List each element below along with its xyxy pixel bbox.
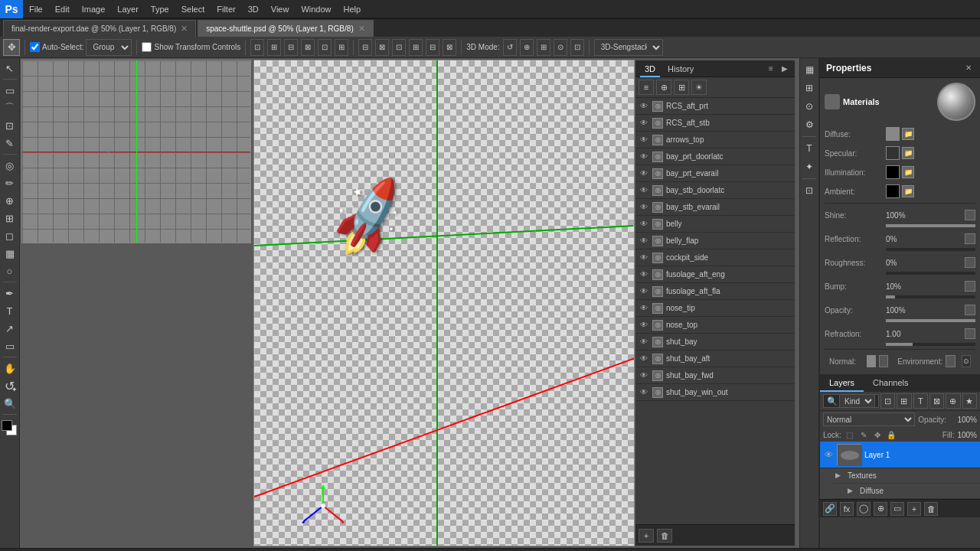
- material-eye-9[interactable]: 👁: [639, 253, 649, 263]
- environment-preview-btn[interactable]: ⊙: [962, 355, 971, 367]
- material-eye-7[interactable]: 👁: [639, 219, 649, 230]
- bump-icon[interactable]: [965, 281, 975, 292]
- s3d-adjust-btn[interactable]: ⚙: [801, 116, 818, 133]
- tool-arrow[interactable]: ↖: [2, 60, 18, 77]
- sublayer-textures-item[interactable]: ▶ Textures: [832, 468, 980, 484]
- material-list-item[interactable]: 👁 ◎ bay_prt_evarail: [635, 165, 795, 182]
- opacity-slider[interactable]: [886, 319, 975, 322]
- material-list-item[interactable]: 👁 ◎ shut_bay_win_out: [635, 384, 795, 401]
- auto-select-checkbox[interactable]: [30, 42, 40, 52]
- tab-psd[interactable]: space-shuttle.psd @ 50% (Layer 1, RGB/8)…: [198, 20, 373, 37]
- panel-menu-icon[interactable]: ≡: [766, 64, 776, 74]
- foreground-color-box[interactable]: [2, 420, 12, 431]
- tab-dae[interactable]: final-render-export.dae @ 50% (Layer 1, …: [3, 20, 196, 37]
- main-canvas[interactable]: 🚀: [253, 60, 635, 546]
- 3d-slide-btn[interactable]: ⊡: [570, 39, 584, 56]
- reflection-slider[interactable]: [886, 248, 975, 251]
- layers-filter-btn[interactable]: ⊡: [880, 393, 895, 409]
- lock-position-icon[interactable]: ✥: [872, 429, 883, 440]
- specular-swatch[interactable]: [886, 146, 900, 160]
- panel-arrow-icon[interactable]: ▶: [779, 64, 790, 74]
- distrib-btn4[interactable]: ⊟: [426, 39, 439, 56]
- auto-select-dropdown[interactable]: Group: [86, 39, 132, 56]
- tool-heal[interactable]: ◎: [2, 157, 18, 174]
- filter-kind-select[interactable]: Kind: [839, 394, 875, 408]
- s3d-scene-btn[interactable]: ⊙: [801, 98, 818, 115]
- 3d-pan-btn[interactable]: ⊞: [537, 39, 550, 56]
- distrib-v-btn[interactable]: ⊠: [375, 39, 389, 56]
- tool-history-brush[interactable]: ⊞: [2, 210, 18, 227]
- menu-layer[interactable]: Layer: [111, 0, 145, 18]
- material-eye-3[interactable]: 👁: [639, 152, 649, 162]
- tool-marquee-rect[interactable]: ▭: [2, 82, 18, 99]
- tab-history[interactable]: History: [663, 60, 698, 77]
- environment-folder[interactable]: [946, 355, 955, 367]
- material-list-item[interactable]: 👁 ◎ belly_flap: [635, 233, 795, 249]
- ambient-swatch[interactable]: [886, 184, 900, 198]
- distrib-h-btn[interactable]: ⊟: [358, 39, 372, 56]
- material-list-item[interactable]: 👁 ◎ shut_bay_aft: [635, 350, 795, 367]
- layer-item-1[interactable]: 👁 Layer 1: [820, 442, 980, 468]
- fg-bg-colors[interactable]: [2, 420, 18, 437]
- tool-zoom[interactable]: 🔍: [2, 395, 18, 412]
- tool-dodge[interactable]: ○: [2, 262, 18, 279]
- material-list-item[interactable]: 👁 ◎ fusolage_aft_eng: [635, 266, 795, 283]
- align-center-btn[interactable]: ⊞: [267, 39, 281, 56]
- tool-rotate-view[interactable]: ↺ ✦: [2, 377, 18, 394]
- material-list-item[interactable]: 👁 ◎ bay_prt_doorlatc: [635, 148, 795, 165]
- bump-slider[interactable]: [886, 295, 975, 298]
- tool-eyedropper[interactable]: ✎: [2, 135, 18, 152]
- align-left-btn[interactable]: ⊡: [250, 39, 264, 56]
- 3d-zoom-btn[interactable]: ⊕: [520, 39, 534, 56]
- menu-view[interactable]: View: [265, 0, 296, 18]
- normal-folder[interactable]: [879, 355, 888, 367]
- s3d-misc-btn[interactable]: ✦: [801, 158, 818, 175]
- material-eye-14[interactable]: 👁: [639, 337, 649, 347]
- tool-shape[interactable]: ▭: [2, 337, 18, 354]
- s3d-text-btn[interactable]: T: [801, 140, 818, 157]
- material-eye-1[interactable]: 👁: [639, 118, 649, 129]
- tab-3d[interactable]: 3D: [640, 60, 660, 77]
- material-eye-17[interactable]: 👁: [639, 387, 649, 398]
- sublayer-diffuse-item[interactable]: ▶ Diffuse: [832, 484, 980, 499]
- menu-image[interactable]: Image: [76, 0, 112, 18]
- material-eye-16[interactable]: 👁: [639, 370, 649, 381]
- tool-brush[interactable]: ✏: [2, 174, 18, 191]
- distrib-btn3[interactable]: ⊞: [409, 39, 423, 56]
- layer-delete-btn[interactable]: 🗑: [924, 502, 938, 516]
- s3d-properties-btn[interactable]: ▦: [801, 61, 818, 78]
- layers-color-btn[interactable]: ⊕: [946, 393, 960, 409]
- tool-pen[interactable]: ✒: [2, 285, 18, 302]
- specular-folder-btn[interactable]: 📁: [902, 147, 914, 159]
- material-list-item[interactable]: 👁 ◎ bay_stb_doorlatc: [635, 182, 795, 199]
- panel-add-btn[interactable]: +: [639, 529, 654, 543]
- tab-psd-close[interactable]: ✕: [358, 24, 365, 34]
- material-eye-0[interactable]: 👁: [639, 101, 649, 112]
- material-eye-5[interactable]: 👁: [639, 185, 649, 196]
- properties-close-icon[interactable]: ✕: [963, 63, 974, 73]
- layers-text-btn[interactable]: T: [913, 393, 928, 409]
- s3d-extra-btn[interactable]: ⊡: [801, 182, 818, 199]
- align-middle-btn[interactable]: ⊡: [318, 39, 332, 56]
- align-top-btn[interactable]: ⊠: [301, 39, 315, 56]
- material-eye-12[interactable]: 👁: [639, 303, 649, 314]
- shine-slider[interactable]: [886, 224, 975, 227]
- distrib-btn5[interactable]: ⊠: [443, 39, 456, 56]
- layer-new-btn[interactable]: +: [907, 502, 921, 516]
- material-eye-2[interactable]: 👁: [639, 135, 649, 145]
- material-eye-11[interactable]: 👁: [639, 286, 649, 297]
- menu-select[interactable]: Select: [175, 0, 211, 18]
- material-list-item[interactable]: 👁 ◎ RCS_aft_prt: [635, 98, 795, 115]
- diffuse-folder-btn[interactable]: 📁: [902, 128, 914, 140]
- material-eye-6[interactable]: 👁: [639, 202, 649, 213]
- material-eye-4[interactable]: 👁: [639, 168, 649, 179]
- material-eye-13[interactable]: 👁: [639, 320, 649, 331]
- s3d-layers-btn[interactable]: ⊞: [801, 80, 818, 96]
- material-list-item[interactable]: 👁 ◎ shut_bay: [635, 334, 795, 350]
- illumination-swatch[interactable]: [886, 165, 900, 179]
- layer-1-eye-icon[interactable]: 👁: [823, 449, 834, 460]
- reflection-icon[interactable]: [965, 233, 975, 244]
- menu-window[interactable]: Window: [295, 0, 337, 18]
- panel-tool-mesh[interactable]: ⊞: [674, 80, 689, 95]
- menu-file[interactable]: File: [23, 0, 49, 18]
